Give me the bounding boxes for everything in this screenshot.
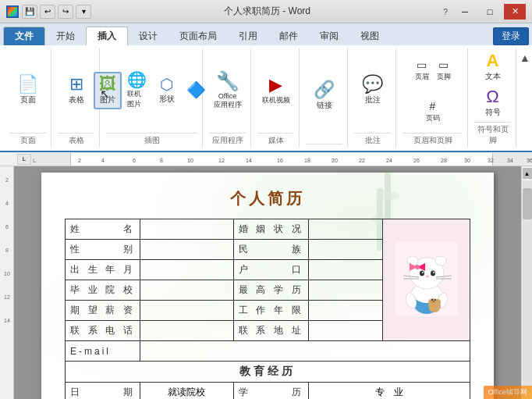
- school-label: 毕业院校: [66, 280, 140, 301]
- svg-text:4: 4: [101, 158, 105, 163]
- svg-text:6: 6: [133, 158, 136, 163]
- horizontal-ruler: L L 2 4 6 8 10 12 14 16 18 20 22 24 26 2…: [0, 152, 532, 166]
- svg-text:12: 12: [218, 158, 225, 163]
- symbol-label: 符号: [485, 107, 501, 118]
- vertical-scrollbar[interactable]: ▲ ▼: [521, 166, 532, 399]
- table-row: 教育经历: [66, 362, 470, 383]
- name-value[interactable]: [140, 219, 233, 240]
- svg-text:18: 18: [304, 158, 310, 163]
- online-picture-label: 联机图片: [127, 89, 147, 109]
- online-video-button[interactable]: ▶ 联机视频: [258, 74, 294, 108]
- phone-value[interactable]: [140, 321, 233, 341]
- ruler-bar: L 2 4 6 8 10 12 14 16 18 20 22 24 26 28 …: [31, 153, 532, 166]
- salary-value[interactable]: [140, 301, 233, 321]
- gender-value[interactable]: [140, 240, 233, 260]
- help-icon[interactable]: ?: [443, 7, 448, 16]
- email-value[interactable]: [140, 341, 470, 362]
- scroll-track[interactable]: [523, 180, 532, 399]
- online-picture-icon: 🌐: [127, 72, 147, 87]
- tab-review[interactable]: 审阅: [309, 27, 349, 45]
- phone-label: 联系电话: [66, 321, 140, 341]
- tab-view[interactable]: 视图: [349, 27, 390, 45]
- minimize-button[interactable]: ─: [454, 4, 476, 20]
- svg-point-44: [415, 265, 420, 269]
- app-icon: [6, 5, 19, 18]
- header-footer-buttons: ▭ 页眉 ▭ 页脚 # 页码: [403, 50, 463, 131]
- close-button[interactable]: ✕: [504, 4, 526, 20]
- illustrations-buttons: 🖼 图片 ↖ 🌐 联机图片 ⬡ 形状 🔷: [94, 50, 211, 131]
- title-bar: 💾 ↩ ↪ ▾ 个人求职简历 - Word ? ─ □ ✕: [0, 0, 532, 23]
- work-years-value[interactable]: [308, 301, 383, 321]
- table-button[interactable]: ⊞ 表格: [62, 73, 90, 108]
- comment-icon: 💬: [362, 76, 383, 93]
- scroll-thumb[interactable]: [523, 188, 532, 219]
- tab-mailings[interactable]: 邮件: [268, 27, 309, 45]
- tab-layout[interactable]: 页面布局: [168, 27, 228, 45]
- vertical-ruler: 2 4 6 8 10 12 14: [0, 166, 14, 399]
- text-group-label: 符号和页脚: [474, 122, 511, 146]
- scroll-up-button[interactable]: ▲: [523, 168, 532, 179]
- ruler-toggle[interactable]: L: [17, 154, 31, 165]
- tab-references[interactable]: 引用: [228, 27, 268, 45]
- save-quick-btn[interactable]: 💾: [22, 5, 37, 19]
- svg-text:34: 34: [507, 158, 513, 163]
- ribbon-toolbar: 📄 页面 页面 ⊞ 表格 表格 🖼 图片: [0, 45, 532, 151]
- footer-button[interactable]: ▭ 页脚: [434, 57, 454, 84]
- svg-text:10: 10: [4, 271, 10, 276]
- picture-button[interactable]: 🖼 图片 ↖: [94, 72, 122, 109]
- page-button[interactable]: 📄 页面: [13, 73, 42, 108]
- table-group-label: 表格: [58, 133, 94, 146]
- ethnicity-value[interactable]: [308, 240, 383, 260]
- symbol-button[interactable]: Ω 符号: [479, 86, 507, 120]
- online-picture-button[interactable]: 🌐 联机图片: [123, 69, 151, 112]
- more-quick-btn[interactable]: ▾: [76, 5, 91, 19]
- header-label: 页眉: [415, 72, 429, 82]
- undo-quick-btn[interactable]: ↩: [40, 5, 55, 19]
- education-value[interactable]: [308, 280, 383, 301]
- maximize-button[interactable]: □: [479, 4, 501, 20]
- svg-point-36: [435, 256, 446, 265]
- marital-value[interactable]: [308, 219, 383, 240]
- ribbon-collapse[interactable]: ▲: [520, 48, 530, 148]
- edu-date-header: 日期: [66, 383, 140, 400]
- tab-file[interactable]: 文件: [3, 27, 45, 45]
- svg-text:8: 8: [5, 248, 9, 253]
- illustrations-group-label: 插图: [106, 133, 197, 146]
- address-value[interactable]: [308, 321, 383, 341]
- smartart-icon: 🔷: [186, 82, 206, 98]
- office-apps-button[interactable]: 🔧 Office应用程序: [210, 69, 246, 112]
- shapes-button[interactable]: ⬡ 形状: [153, 74, 181, 107]
- svg-point-41: [426, 275, 429, 277]
- svg-point-37: [420, 270, 424, 276]
- birthday-value[interactable]: [140, 260, 233, 280]
- tab-insert[interactable]: 插入: [86, 27, 128, 45]
- tab-design[interactable]: 设计: [128, 27, 168, 45]
- household-value[interactable]: [308, 260, 383, 280]
- svg-point-54: [431, 298, 435, 303]
- household-label: 户 口: [233, 260, 308, 280]
- svg-text:2: 2: [78, 158, 81, 163]
- text-box-button[interactable]: A 文本: [479, 50, 507, 84]
- online-video-icon: ▶: [269, 77, 282, 94]
- login-button[interactable]: 登录: [493, 27, 529, 45]
- page-number-button[interactable]: # 页码: [423, 98, 443, 125]
- resume-table: 姓 名 婚姻状况: [65, 219, 470, 399]
- window-controls: ? ─ □ ✕: [443, 4, 526, 20]
- svg-text:12: 12: [4, 294, 10, 300]
- ribbon: 文件 开始 插入 设计 页面布局 引用 邮件 审阅 视图 登录 📄 页面 页面: [0, 23, 532, 152]
- table-buttons: ⊞ 表格: [62, 50, 90, 131]
- quick-access-toolbar: 💾 ↩ ↪ ▾: [22, 5, 91, 19]
- tab-home[interactable]: 开始: [45, 27, 86, 45]
- school-value[interactable]: [140, 280, 233, 301]
- svg-point-38: [431, 270, 435, 276]
- apps-buttons: 🔧 Office应用程序: [210, 50, 246, 131]
- hyperlink-button[interactable]: 🔗 链接: [310, 79, 339, 113]
- office-apps-icon: 🔧: [216, 72, 239, 91]
- redo-quick-btn[interactable]: ↪: [58, 5, 73, 19]
- table-row: E-mail: [66, 341, 470, 362]
- table-row: 姓 名 婚姻状况: [66, 219, 470, 240]
- svg-text:24: 24: [386, 158, 392, 163]
- comment-button[interactable]: 💬 批注: [358, 73, 387, 108]
- header-button[interactable]: ▭ 页眉: [412, 57, 432, 84]
- apps-group-label: 应用程序: [209, 133, 246, 146]
